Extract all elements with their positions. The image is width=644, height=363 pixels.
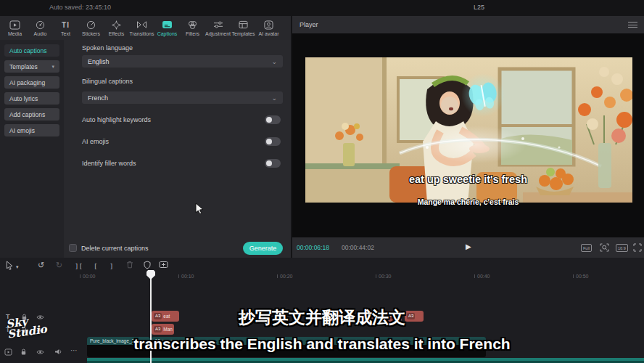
tab-text[interactable]: TI Text (53, 16, 78, 40)
sidebar-item-auto-captions[interactable]: Auto captions (4, 44, 59, 57)
auto-captions-form: Spoken language English ⌄ Bilingual capt… (64, 40, 291, 258)
player-title: Player (300, 21, 318, 28)
tab-label: Audio (34, 31, 47, 36)
filters-icon (188, 20, 197, 30)
video-caption-secondary: Mange ma chérie, c'est frais (292, 197, 644, 206)
identify-filler-label: Identify filler words (82, 160, 136, 167)
player-header: Player (292, 16, 644, 33)
delete-icon[interactable] (126, 261, 133, 269)
tab-label: AI avatar (258, 31, 278, 36)
menu-icon[interactable] (628, 22, 637, 28)
mask-icon[interactable] (144, 261, 151, 269)
spoken-language-label: Spoken language (82, 44, 133, 52)
delete-captions-label: Delete current captions (81, 245, 149, 252)
bilingual-captions-label: Bilingual captions (82, 78, 133, 85)
ruler-label[interactable]: 00:30 (376, 274, 392, 279)
sidebar-item-ai-packaging[interactable]: AI packaging (4, 76, 59, 89)
tab-label: Stickers (82, 31, 100, 36)
ruler-label[interactable]: 00:10 (178, 274, 194, 279)
project-title: L25 (474, 4, 484, 11)
tab-filters[interactable]: Filters (180, 16, 205, 40)
auto-highlight-label: Auto highlight keywords (82, 116, 151, 123)
tab-media[interactable]: Media (2, 16, 28, 40)
trim-right-icon[interactable]: ] (110, 262, 113, 272)
ruler-label[interactable]: 00:20 (277, 274, 293, 279)
tab-transitions[interactable]: Transitions (129, 16, 154, 40)
generate-button[interactable]: Generate (243, 242, 283, 255)
delete-captions-checkbox[interactable] (69, 244, 77, 252)
undo-icon[interactable]: ↺ (38, 261, 44, 270)
sidebar-item-add-captions[interactable]: Add captions (4, 108, 59, 121)
trim-left-icon[interactable]: [ (94, 262, 97, 272)
play-button[interactable]: ▶ (466, 242, 471, 250)
adjustment-icon (213, 20, 223, 30)
select-value: English (88, 58, 110, 65)
sidebar-item-label: AI emojis (9, 127, 35, 134)
sidebar-item-label: AI packaging (9, 79, 45, 86)
subtitle-line-english: transcribes the English and translates i… (0, 335, 644, 353)
audio-icon (36, 20, 45, 30)
tab-label: Captions (157, 31, 178, 36)
transitions-icon (136, 20, 147, 30)
tab-audio[interactable]: Audio (28, 16, 53, 40)
sidebar-item-label: Auto lyrics (9, 95, 38, 102)
select-value: French (88, 94, 108, 102)
chevron-down-icon[interactable]: ▾ (16, 263, 19, 272)
chevron-down-icon: ⌄ (271, 58, 277, 65)
spoken-language-select[interactable]: English ⌄ (82, 55, 283, 68)
aspect-ratio-button[interactable]: 16:9 (616, 244, 628, 252)
text-icon: TI (62, 20, 70, 30)
app-window: Auto saved: 23:45:10 L25 Media Audio TI … (0, 0, 644, 363)
ruler-label[interactable]: 00:40 (474, 274, 490, 279)
player-controls: 00:00:06:18 00:00:44:02 ▶ Full 16:9 (292, 237, 644, 258)
tab-label: Transitions (130, 31, 154, 36)
tab-adjustment[interactable]: Adjustment (205, 16, 231, 40)
bilingual-captions-select[interactable]: French ⌄ (82, 91, 283, 104)
stickers-icon (86, 20, 96, 30)
duration: 00:00:44:02 (342, 244, 374, 251)
video-area: eat up sweetie it's fresh Mange ma chéri… (292, 33, 644, 237)
tab-templates[interactable]: Templates (231, 16, 256, 40)
sidebar-item-label: Add captions (9, 111, 45, 118)
ai-emojis-toggle[interactable] (265, 137, 281, 146)
mouse-cursor (195, 203, 205, 214)
chevron-down-icon: ⌄ (271, 94, 277, 102)
auto-highlight-toggle[interactable] (265, 115, 281, 124)
subtitle-line-chinese: 抄写英文并翻译成法文 (0, 306, 644, 329)
zoom-fit-icon[interactable] (600, 243, 609, 252)
sidebar-item-label: Auto captions (9, 47, 47, 54)
select-tool-icon[interactable] (6, 261, 14, 270)
current-time: 00:00:06:18 (297, 244, 329, 251)
split-icon[interactable]: ][ (75, 262, 83, 272)
media-toolbar: Media Audio TI Text Stickers Effects Tra… (0, 16, 291, 40)
captions-sidebar: Auto captions Templates ▾ AI packaging A… (0, 40, 64, 258)
ai-emojis-label: AI emojis (82, 138, 109, 145)
ruler-label[interactable]: 00:00 (80, 274, 96, 279)
effects-icon (112, 20, 121, 30)
redo-icon[interactable]: ↻ (56, 261, 62, 270)
audio-track[interactable] (87, 358, 644, 363)
identify-filler-toggle[interactable] (265, 159, 281, 168)
track-add-icon[interactable] (159, 261, 168, 269)
tab-label: Text (61, 31, 70, 36)
sidebar-item-templates[interactable]: Templates ▾ (4, 60, 59, 73)
tab-label: Media (8, 31, 22, 36)
media-icon (9, 20, 20, 30)
tab-captions[interactable]: Captions (154, 16, 180, 40)
left-panel: Media Audio TI Text Stickers Effects Tra… (0, 16, 291, 258)
video-caption-primary: eat up sweetie it's fresh (292, 174, 644, 185)
full-view-button[interactable]: Full (581, 244, 592, 252)
form-footer: Delete current captions Generate (64, 238, 291, 258)
auto-saved-status: Auto saved: 23:45:10 (49, 4, 111, 11)
sidebar-item-ai-emojis[interactable]: AI emojis (4, 124, 59, 136)
tab-effects[interactable]: Effects (104, 16, 129, 40)
tab-ai-avatar[interactable]: AI avatar (256, 16, 281, 40)
tab-label: Effects (109, 31, 124, 36)
ruler-label[interactable]: 00:50 (573, 274, 589, 279)
playhead-handle[interactable] (146, 270, 155, 280)
sidebar-item-auto-lyrics[interactable]: Auto lyrics (4, 92, 59, 105)
captions-icon (162, 20, 173, 30)
tab-stickers[interactable]: Stickers (78, 16, 104, 40)
fullscreen-icon[interactable] (633, 243, 642, 252)
title-bar: Auto saved: 23:45:10 L25 (0, 0, 644, 16)
